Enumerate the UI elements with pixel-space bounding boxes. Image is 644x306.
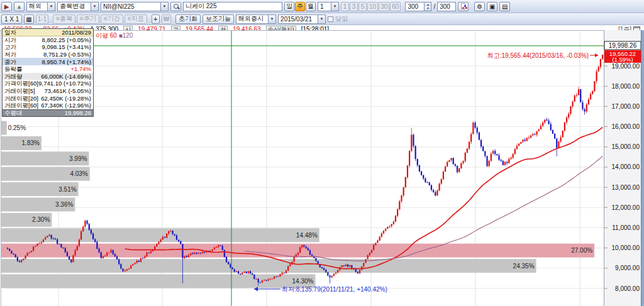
y-axis-label: 10,000.00 xyxy=(612,244,640,251)
data-tooltip-panel: 일자2011/08/29시가8,802.25 (+0.05%)고가9,098.1… xyxy=(2,28,94,117)
panel-row: 수평대19,998.26 xyxy=(3,109,93,117)
search-icon xyxy=(174,4,178,9)
interval-button-5[interactable]: 5 xyxy=(358,2,367,11)
symbol-name-field[interactable]: 니케이 225 xyxy=(183,2,282,11)
cell-select-button[interactable]: 1-1 xyxy=(36,14,48,24)
bar-count-spinner[interactable]: 300 ▲▼ xyxy=(405,2,431,11)
chevron-down-icon[interactable]: ▼ xyxy=(160,3,168,11)
sync-button-0[interactable]: ≡종목 xyxy=(53,14,75,24)
interval-button-30[interactable]: 30 xyxy=(379,2,389,11)
search-button[interactable] xyxy=(170,2,181,11)
y-axis-label: 12,000.00 xyxy=(612,204,640,211)
panel-row-value: 62,450K (-19.28%) xyxy=(41,95,91,102)
period-button-일[interactable]: 일 xyxy=(284,2,294,11)
period-button-group: 일주월 xyxy=(284,2,316,11)
panel-row-value: 9,098.15 (+3.41%) xyxy=(42,43,91,50)
volume-band-label: 24.35% xyxy=(513,263,535,270)
panel-row: 거래이평[60]67,340K (-12.96%) xyxy=(3,102,93,109)
chart-window: ▶ ▲ 해외 ▼ 종목변경 ▼ NII@NI225 ▼ 니케이 225 일주월 … xyxy=(0,0,644,306)
period-button-주[interactable]: 주 xyxy=(295,2,305,11)
save-icon: ▣ xyxy=(489,3,495,10)
symbol-code-combo[interactable]: NII@NI225 ▼ xyxy=(101,2,169,11)
panel-row: 저가8,751.29 (-0.53%) xyxy=(3,51,93,58)
y-axis-label: 18,000.00 xyxy=(612,83,640,90)
print-button[interactable]: ▤ xyxy=(499,2,510,11)
symbol-change-select[interactable]: 종목변경 ▼ xyxy=(57,2,99,11)
y-axis-label: 9,000.00 xyxy=(615,265,640,271)
gear-icon: ⚙ xyxy=(477,3,482,10)
print-icon: ▤ xyxy=(502,3,508,10)
layout-button[interactable]: 1 X 1 xyxy=(1,14,22,24)
chart-dots-icon xyxy=(461,3,465,9)
panel-row-value: 8,751.29 (-0.53%) xyxy=(43,51,91,58)
interval-button-3[interactable]: 3 xyxy=(350,2,358,11)
sync-button-group: ≡종목≡주기≡기간≡지표 xyxy=(53,14,147,24)
sync-button-2[interactable]: ≡기간 xyxy=(101,14,123,24)
sync-button-1[interactable]: ≡주기 xyxy=(77,14,99,24)
day-checkbox[interactable] xyxy=(328,16,333,22)
y-axis-label: 15,000.00 xyxy=(612,143,640,150)
price-chart[interactable]: 0.25%1.83%3.99%4.03%3.51%3.36%2.30%14.48… xyxy=(0,30,644,306)
panel-row: 종가8,950.74 (+1.74%) xyxy=(3,58,93,65)
panel-row-value: +1.74% xyxy=(71,65,92,72)
panel-row: 거래이평[5]73,461K (-5.05%) xyxy=(3,87,93,95)
panel-row-value: 73,461K (-5.05%) xyxy=(45,87,91,94)
interval-button-1[interactable]: 1 xyxy=(341,2,349,11)
chevron-down-icon[interactable]: ▼ xyxy=(91,3,98,11)
aux-function-button[interactable]: 보조기능 xyxy=(203,14,234,24)
y-axis-label: 14,000.00 xyxy=(612,163,640,170)
bar-max-input[interactable]: 300 xyxy=(437,2,456,11)
chart-area: 0.25%1.83%3.99%4.03%3.51%3.36%2.30%14.48… xyxy=(0,30,644,306)
save-button[interactable]: ▣ xyxy=(487,2,497,11)
ma-legend: 이평 60 ■120 xyxy=(96,32,133,39)
reset-button[interactable]: 초기화 xyxy=(175,14,201,24)
sync-button-3[interactable]: ≡지표 xyxy=(125,14,147,24)
panel-row-label: 고가 xyxy=(4,43,16,50)
dock-left-icon[interactable]: ▶ xyxy=(1,2,12,11)
panel-row-label: 가격이평[60] xyxy=(4,80,38,87)
panel-row-value: 66,000K (-14.69%) xyxy=(41,73,91,80)
crosshair-button[interactable]: + xyxy=(152,14,160,24)
panel-row-label: 시가 xyxy=(4,36,16,43)
panel-row-value: 8,802.25 (+0.05%) xyxy=(42,36,91,43)
panel-row: 거래량66,000K (-14.69%) xyxy=(3,73,93,80)
volume-profile-layer: 0.25%1.83%3.99%4.03%3.51%3.36%2.30%14.48… xyxy=(1,121,594,288)
panel-row-label: 등락률 xyxy=(4,65,23,72)
chevron-down-icon[interactable]: ▼ xyxy=(318,15,325,23)
chevron-down-icon[interactable]: ▼ xyxy=(268,15,275,23)
panel-row-value: 19,998.26 xyxy=(65,109,91,116)
currency-button[interactable]: ₩ xyxy=(162,14,171,24)
panel-row-label: 저가 xyxy=(4,51,16,58)
volume-band-label: 2.30% xyxy=(32,216,50,223)
interval-button-10[interactable]: 10 xyxy=(367,2,378,11)
volume-band-label: 3.99% xyxy=(69,155,87,162)
panel-row: 고가9,098.15 (+3.41%) xyxy=(3,43,93,51)
grid-layout-button[interactable]: ▦ xyxy=(24,14,33,24)
date-select[interactable]: 2015/03/21 ▼ xyxy=(278,14,326,24)
volume-band xyxy=(1,259,536,273)
volume-band-label: 1.83% xyxy=(22,139,40,146)
spin-down-icon[interactable]: ▼ xyxy=(425,6,431,11)
panel-row: 등락률+1.74% xyxy=(3,65,93,73)
day-checkbox-label: 당일 xyxy=(335,14,348,23)
interval-button-60[interactable]: 60 xyxy=(390,2,401,11)
chevron-down-icon[interactable]: ▼ xyxy=(47,3,55,11)
collapse-panel-icon[interactable]: ▲ xyxy=(14,2,25,11)
toolbar-row-1: ▶ ▲ 해외 ▼ 종목변경 ▼ NII@NI225 ▼ 니케이 225 일주월 … xyxy=(0,0,644,13)
high-annotation: 최고:19,565.44(2015/03/16, -0.03%) xyxy=(487,52,589,59)
svg-text:(1.59%): (1.59%) xyxy=(612,56,633,63)
panel-row: 일자2011/08/29 xyxy=(3,29,93,36)
panel-row-value: 2011/08/29 xyxy=(62,29,91,36)
cycle-select[interactable]: 1 ▼ xyxy=(318,2,339,11)
y-axis-label: 8,000.00 xyxy=(615,285,640,292)
settings-button[interactable]: ⚙ xyxy=(474,2,485,11)
region-select[interactable]: 해외 ▼ xyxy=(26,2,55,11)
volume-band-label: 27.00% xyxy=(571,247,592,254)
chevron-down-icon[interactable]: ▼ xyxy=(331,3,338,11)
period-button-월[interactable]: 월 xyxy=(306,2,316,11)
market-select[interactable]: 해외증시 ▼ xyxy=(236,14,276,24)
panel-row-label: 종가 xyxy=(4,58,16,65)
panel-row-label: 거래이평[5] xyxy=(4,87,35,94)
chart-style-button[interactable] xyxy=(458,2,469,11)
volume-band xyxy=(1,121,7,135)
